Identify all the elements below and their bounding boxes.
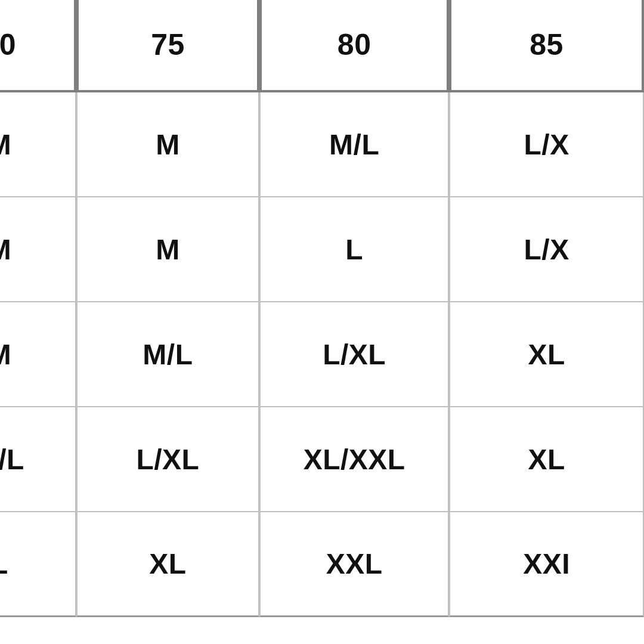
size-cell: M <box>76 92 259 197</box>
table-row: M M M/L L/X <box>0 92 644 197</box>
size-cell: XXL <box>259 512 449 617</box>
size-cell: XL/XXL <box>259 407 449 512</box>
size-cell: L/XL <box>259 302 449 407</box>
col-header-75: 75 <box>76 0 259 92</box>
col-header-80: 80 <box>259 0 449 92</box>
size-cell: M <box>76 197 259 302</box>
table-header-row: 70 75 80 85 <box>0 0 644 92</box>
size-cell: M/L <box>259 92 449 197</box>
size-cell: M/L <box>76 302 259 407</box>
size-cell: M <box>0 302 76 407</box>
size-cell: XXI <box>449 512 644 617</box>
size-cell: L/XL <box>76 407 259 512</box>
table-row: M M L L/X <box>0 197 644 302</box>
size-chart-table-wrap: 70 75 80 85 M M M/L L/X M M L L/X M M/L … <box>0 0 644 617</box>
size-cell: M <box>0 92 76 197</box>
table-row: M/L L/XL XL/XXL XL <box>0 407 644 512</box>
col-header-70: 70 <box>0 0 76 92</box>
table-row: M M/L L/XL XL <box>0 302 644 407</box>
size-cell: XL <box>76 512 259 617</box>
size-cell: L/X <box>449 92 644 197</box>
col-header-85: 85 <box>449 0 644 92</box>
size-cell: M/L <box>0 407 76 512</box>
size-cell: L/X <box>449 197 644 302</box>
size-cell: XL <box>449 407 644 512</box>
size-cell: M <box>0 197 76 302</box>
size-cell: L <box>0 512 76 617</box>
table-row: L XL XXL XXI <box>0 512 644 617</box>
size-cell: XL <box>449 302 644 407</box>
size-cell: L <box>259 197 449 302</box>
size-chart-table: 70 75 80 85 M M M/L L/X M M L L/X M M/L … <box>0 0 644 617</box>
